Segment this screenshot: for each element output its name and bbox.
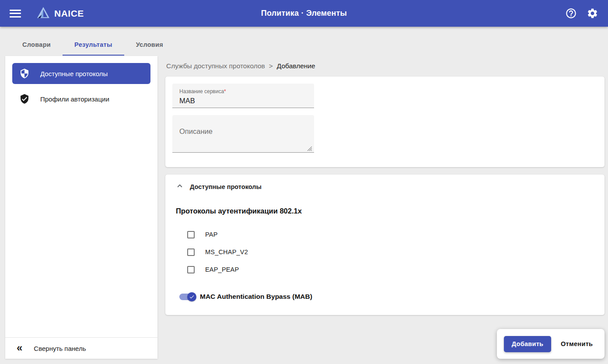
- service-name-field[interactable]: Название сервиса*: [172, 84, 314, 108]
- auth-protocols-group-title: Протоколы аутентификации 802.1x: [176, 207, 598, 215]
- protocols-section-header[interactable]: Доступные протоколы: [175, 182, 598, 192]
- description-field[interactable]: Описание: [172, 115, 314, 153]
- sidebar-item-label: Профили авторизации: [40, 95, 109, 103]
- sidebar-item-authorization-profiles[interactable]: Профили авторизации: [12, 88, 150, 109]
- resize-handle-icon[interactable]: [307, 145, 312, 150]
- mab-toggle-label: MAC Authentication Bypass (MAB): [200, 293, 312, 301]
- shield-icon: [19, 68, 30, 79]
- collapse-panel-button[interactable]: « Свернуть панель: [5, 337, 157, 359]
- toggle-thumb-check-icon: [187, 292, 196, 301]
- checkbox-row-pap[interactable]: PAP: [187, 226, 598, 243]
- service-name-label: Название сервиса*: [179, 88, 226, 94]
- app-bar: NAICE Политика · Элементы: [0, 0, 608, 27]
- page-title: Политика · Элементы: [0, 9, 608, 18]
- checkbox-label: MS_CHAP_V2: [205, 248, 248, 256]
- checkbox-row-eap-peap[interactable]: EAP_PEAP: [187, 261, 598, 278]
- collapse-panel-label: Свернуть панель: [34, 345, 86, 352]
- tab-conditions[interactable]: Условия: [124, 35, 175, 56]
- naice-logo-icon: [37, 7, 50, 21]
- add-button[interactable]: Добавить: [504, 336, 551, 352]
- sidebar: Доступные протоколы Профили авторизации …: [5, 56, 157, 359]
- breadcrumb-current: Добавление: [277, 62, 315, 70]
- protocols-section-title: Доступные протоколы: [190, 183, 262, 190]
- shield-check-icon: [19, 94, 30, 104]
- cancel-button[interactable]: Отменить: [561, 340, 593, 347]
- double-chevron-left-icon: «: [17, 343, 22, 353]
- tab-results[interactable]: Результаты: [63, 35, 124, 56]
- menu-icon[interactable]: [10, 10, 21, 18]
- breadcrumb: Службы доступных протоколов > Добавление: [166, 62, 605, 70]
- description-placeholder: Описание: [179, 127, 213, 135]
- help-icon[interactable]: [565, 7, 577, 19]
- tab-dictionaries[interactable]: Словари: [10, 35, 63, 56]
- service-form-card: Название сервиса* Описание: [165, 77, 605, 167]
- breadcrumb-parent[interactable]: Службы доступных протоколов: [166, 62, 265, 70]
- checkbox-label: EAP_PEAP: [205, 266, 239, 273]
- checkbox-ms-chap-v2[interactable]: [187, 248, 195, 256]
- checkbox-label: PAP: [205, 231, 218, 238]
- mab-toggle-switch[interactable]: [179, 294, 196, 300]
- sidebar-item-available-protocols[interactable]: Доступные протоколы: [12, 63, 150, 84]
- required-asterisk: *: [224, 88, 226, 94]
- checkbox-eap-peap[interactable]: [187, 266, 195, 273]
- brand: NAICE: [37, 7, 84, 21]
- available-protocols-card: Доступные протоколы Протоколы аутентифик…: [165, 175, 605, 315]
- brand-name: NAICE: [54, 8, 84, 19]
- main-content: Службы доступных протоколов > Добавление…: [165, 56, 605, 315]
- service-name-input[interactable]: [179, 97, 307, 105]
- breadcrumb-separator: >: [269, 62, 273, 70]
- settings-gear-icon[interactable]: [587, 7, 598, 19]
- checkbox-pap[interactable]: [187, 231, 195, 238]
- checkbox-row-ms-chap-v2[interactable]: MS_CHAP_V2: [187, 243, 598, 261]
- mab-toggle-row: MAC Authentication Bypass (MAB): [179, 288, 598, 305]
- protocol-checkbox-group: PAP MS_CHAP_V2 EAP_PEAP: [187, 226, 598, 278]
- sidebar-item-label: Доступные протоколы: [40, 70, 108, 77]
- form-actions-card: Добавить Отменить: [497, 329, 605, 359]
- tab-bar: Словари Результаты Условия: [10, 35, 175, 56]
- chevron-up-icon: [175, 181, 185, 192]
